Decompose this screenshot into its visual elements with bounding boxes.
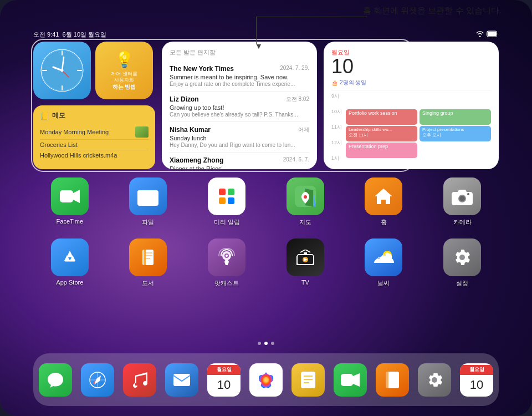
app-files[interactable]: 파일 xyxy=(112,177,185,226)
mail-widget[interactable]: 모든 받은 편지함 The New York Times 2024. 7. 29… xyxy=(162,42,317,169)
mail-item: The New York Times 2024. 7. 29. Summer i… xyxy=(170,61,309,92)
maps-label: 지도 xyxy=(299,218,311,226)
tips-line3: 하는 방법 xyxy=(112,84,136,90)
facetime-label: FaceTime xyxy=(57,218,84,225)
podcasts-icon xyxy=(208,239,245,276)
dock-messages[interactable] xyxy=(39,363,72,397)
reminders-icon xyxy=(208,177,245,215)
calendar-dock-icon: 월요일 10 xyxy=(207,363,241,397)
app-books[interactable]: 도서 xyxy=(112,239,185,287)
battery-icon xyxy=(487,31,499,38)
app-grid-row2: App Store 도서 xyxy=(33,239,499,287)
app-camera[interactable]: 카메라 xyxy=(426,177,499,226)
tips-widget[interactable]: 💡 제어 센터를 사용자화 하는 방법 xyxy=(95,42,153,99)
dock-safari[interactable] xyxy=(81,363,114,397)
svg-rect-52 xyxy=(386,372,388,388)
calendar2-dock-icon: 월요일 10 xyxy=(460,363,493,397)
svg-point-54 xyxy=(432,377,437,383)
svg-point-11 xyxy=(61,69,64,72)
home-icon xyxy=(365,177,402,215)
svg-point-44 xyxy=(263,377,269,383)
calendar-birthday: 🎂 2명의 생일 xyxy=(331,79,491,87)
dock-notes[interactable] xyxy=(291,363,325,397)
annotation-arrow: ▼ xyxy=(255,42,263,50)
notes-thumbnail xyxy=(135,126,149,138)
svg-point-23 xyxy=(459,196,465,201)
settings2-dock-icon xyxy=(418,363,451,397)
dock-music[interactable] xyxy=(123,363,156,397)
dock-cal-header: 월요일 xyxy=(207,365,241,375)
ipad-frame: 홈 화면에 위젯을 보관할 수 있습니다. ▼ 오전 9:41 6월 10일 월… xyxy=(0,0,532,416)
appstore-label: App Store xyxy=(56,279,83,286)
wifi-icon xyxy=(476,31,484,38)
annotation-line-v xyxy=(256,17,257,44)
dock-mail[interactable] xyxy=(165,363,198,397)
app-tv[interactable]: TV xyxy=(269,239,342,287)
svg-rect-19 xyxy=(228,197,234,204)
app-maps[interactable]: 지도 xyxy=(269,177,342,226)
calendar-event: Presentation prep xyxy=(346,143,417,158)
app-home[interactable]: 홈 xyxy=(347,177,421,226)
svg-marker-50 xyxy=(353,373,360,387)
notes-item: Groceries List xyxy=(40,140,149,150)
weather-label: 날씨 xyxy=(377,279,390,287)
calendar-header: 월요일 10 xyxy=(331,48,491,77)
dock-photos[interactable] xyxy=(249,363,283,397)
dock-calendar[interactable]: 월요일 10 xyxy=(207,363,241,397)
widget-col-left: 💡 제어 센터를 사용자화 하는 방법 📒 메모 Monday Morning … xyxy=(33,42,155,169)
dock-facetime[interactable] xyxy=(334,363,367,397)
tv-icon xyxy=(287,239,324,276)
notes-dock-icon xyxy=(291,363,325,397)
calendar-timeline: 9시 10시 11시 12시 1시 2시 Portfolio work sess… xyxy=(331,93,491,169)
mail-item: Nisha Kumar 어제 Sunday lunch Hey Danny, D… xyxy=(170,122,309,153)
app-podcasts[interactable]: 팟캐스트 xyxy=(190,239,263,287)
notes-widget[interactable]: 📒 메모 Monday Morning Meeting Groceries Li… xyxy=(33,105,155,169)
settings-label: 설정 xyxy=(456,279,468,287)
books2-dock-icon xyxy=(376,363,409,397)
page-dot xyxy=(271,342,274,345)
mail-dock-icon xyxy=(165,363,198,397)
svg-rect-16 xyxy=(219,189,226,195)
music-dock-icon xyxy=(123,363,156,397)
settings-icon xyxy=(443,239,481,276)
camera-label: 카메라 xyxy=(453,218,472,226)
page-dot-active xyxy=(264,342,268,345)
mail-item: Xiaomeng Zhong 2024. 6. 7. Dinner at the… xyxy=(170,153,309,169)
dock-calendar2[interactable]: 월요일 10 xyxy=(460,363,493,397)
app-appstore[interactable]: App Store xyxy=(33,239,106,287)
annotation-line-h xyxy=(256,17,367,17)
svg-rect-1 xyxy=(488,32,497,36)
svg-rect-18 xyxy=(228,189,234,195)
clock-widget[interactable] xyxy=(33,42,91,99)
calendar-widget[interactable]: 월요일 10 🎂 2명의 생일 9시 10시 11시 12시 1시 2시 xyxy=(324,42,499,169)
status-right xyxy=(476,31,499,38)
tips-line1: 제어 센터를 xyxy=(111,71,137,77)
notes-label: 메모 xyxy=(52,111,65,120)
messages-dock-icon xyxy=(39,363,72,397)
svg-point-24 xyxy=(467,193,469,195)
weather-icon xyxy=(365,239,402,276)
mail-item: Liz Dizon 오전 8:02 Growing up too fast! C… xyxy=(170,92,309,122)
dock-settings[interactable] xyxy=(418,363,451,397)
appstore-icon xyxy=(51,239,89,276)
svg-rect-26 xyxy=(144,250,146,265)
app-settings[interactable]: 설정 xyxy=(426,239,499,287)
status-bar: 오전 9:41 6월 10일 월요일 xyxy=(33,29,499,40)
reminders-label: 미리 알림 xyxy=(214,218,240,226)
svg-point-32 xyxy=(226,255,228,257)
dock-books[interactable] xyxy=(376,363,409,397)
svg-rect-17 xyxy=(219,197,226,204)
dock-cal2-header: 월요일 xyxy=(460,365,493,375)
podcasts-label: 팟캐스트 xyxy=(214,279,239,287)
svg-rect-12 xyxy=(60,190,73,202)
clock-tips-row: 💡 제어 센터를 사용자화 하는 방법 xyxy=(33,42,155,100)
svg-point-37 xyxy=(459,255,465,260)
tv-label: TV xyxy=(301,279,309,286)
app-reminders[interactable]: 미리 알림 xyxy=(190,177,263,226)
status-time-date: 오전 9:41 6월 10일 월요일 xyxy=(33,31,106,39)
app-weather[interactable]: 날씨 xyxy=(347,239,421,287)
books-label: 도서 xyxy=(142,279,154,287)
app-facetime[interactable]: FaceTime xyxy=(33,177,106,226)
notes-item: Monday Morning Meeting xyxy=(40,125,149,140)
page-dots xyxy=(258,342,274,345)
